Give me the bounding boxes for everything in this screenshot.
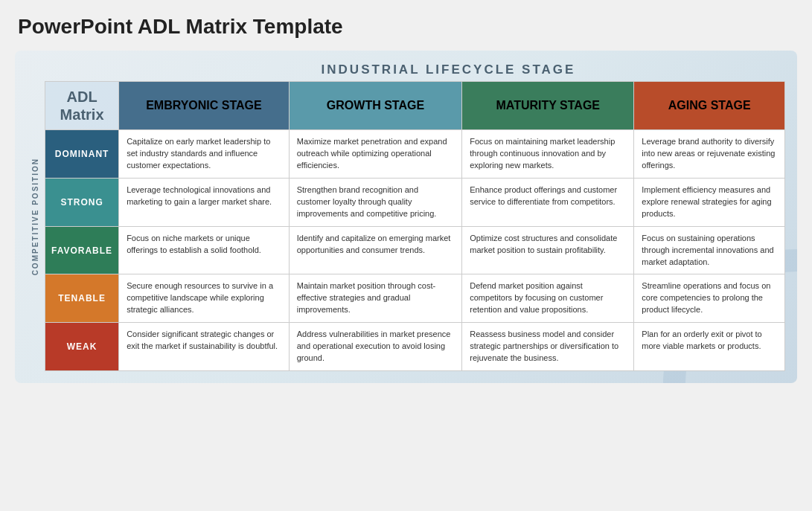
cell-tenable-growth: Maintain market position through cost-ef… <box>289 274 462 323</box>
cell-favorable-embryonic: Focus on niche markets or unique offerin… <box>119 226 290 274</box>
row-header-weak: WEAK <box>45 323 119 371</box>
cell-strong-maturity: Enhance product offerings and customer s… <box>462 178 634 226</box>
header-row: ADL Matrix EMBRYONIC STAGE GROWTH STAGE … <box>45 82 785 130</box>
cell-tenable-aging: Streamline operations and focus on core … <box>634 274 785 323</box>
cell-favorable-aging: Focus on sustaining operations through i… <box>634 226 785 274</box>
cell-strong-growth: Strengthen brand recognition and custome… <box>289 178 462 226</box>
cell-dominant-embryonic: Capitalize on early market leadership to… <box>119 130 290 179</box>
row-header-tenable: TENABLE <box>45 274 119 323</box>
adl-label-line2: Matrix <box>51 106 112 123</box>
matrix-table-wrapper: INDUSTRIAL LIFECYCLE STAGE ADL Matrix EM… <box>45 62 785 371</box>
cell-weak-growth: Address vulnerabilities in market presen… <box>289 323 462 371</box>
lifecycle-label: INDUSTRIAL LIFECYCLE STAGE <box>112 62 785 77</box>
matrix-row-weak: WEAKConsider significant strategic chang… <box>45 323 785 371</box>
col-header-maturity: MATURITY STAGE <box>462 82 634 130</box>
row-header-strong: STRONG <box>45 178 119 226</box>
cell-favorable-maturity: Optimize cost structures and consolidate… <box>462 226 634 274</box>
adl-matrix-table: ADL Matrix EMBRYONIC STAGE GROWTH STAGE … <box>45 81 785 371</box>
competitive-position-label: COMPETITIVE POSITION <box>31 158 39 275</box>
matrix-row-dominant: DOMINANTCapitalize on early market leade… <box>45 130 785 179</box>
cell-weak-aging: Plan for an orderly exit or pivot to mor… <box>634 323 785 371</box>
cell-dominant-maturity: Focus on maintaining market leadership t… <box>462 130 634 179</box>
col-header-growth: GROWTH STAGE <box>289 82 462 130</box>
col-header-aging: AGING STAGE <box>634 82 785 130</box>
competitive-position-wrapper: COMPETITIVE POSITION <box>27 62 43 371</box>
col-header-embryonic: EMBRYONIC STAGE <box>119 82 290 130</box>
cell-tenable-embryonic: Secure enough resources to survive in a … <box>119 274 290 323</box>
cell-favorable-growth: Identify and capitalize on emerging mark… <box>289 226 462 274</box>
cell-weak-embryonic: Consider significant strategic changes o… <box>119 323 290 371</box>
row-header-favorable: FAVORABLE <box>45 226 119 274</box>
cell-tenable-maturity: Defend market position against competito… <box>462 274 634 323</box>
adl-label: ADL Matrix <box>51 88 112 123</box>
cell-strong-embryonic: Leverage technological innovations and m… <box>119 178 290 226</box>
cell-dominant-growth: Maximize market penetration and expand o… <box>289 130 462 179</box>
row-header-dominant: DOMINANT <box>45 130 119 179</box>
adl-label-line1: ADL <box>51 88 112 106</box>
cell-dominant-aging: Leverage brand authority to diversify in… <box>634 130 785 179</box>
cell-strong-aging: Implement efficiency measures and explor… <box>634 178 785 226</box>
matrix-row-strong: STRONGLeverage technological innovations… <box>45 178 785 226</box>
matrix-outer-wrapper: COMPETITIVE POSITION INDUSTRIAL LIFECYCL… <box>27 62 785 371</box>
matrix-body: DOMINANTCapitalize on early market leade… <box>45 130 785 371</box>
matrix-row-favorable: FAVORABLEFocus on niche markets or uniqu… <box>45 226 785 274</box>
page-title: PowerPoint ADL Matrix Template <box>15 15 797 39</box>
adl-matrix-container: COMPETITIVE POSITION INDUSTRIAL LIFECYCL… <box>15 51 797 383</box>
matrix-row-tenable: TENABLESecure enough resources to surviv… <box>45 274 785 323</box>
cell-weak-maturity: Reassess business model and consider str… <box>462 323 634 371</box>
